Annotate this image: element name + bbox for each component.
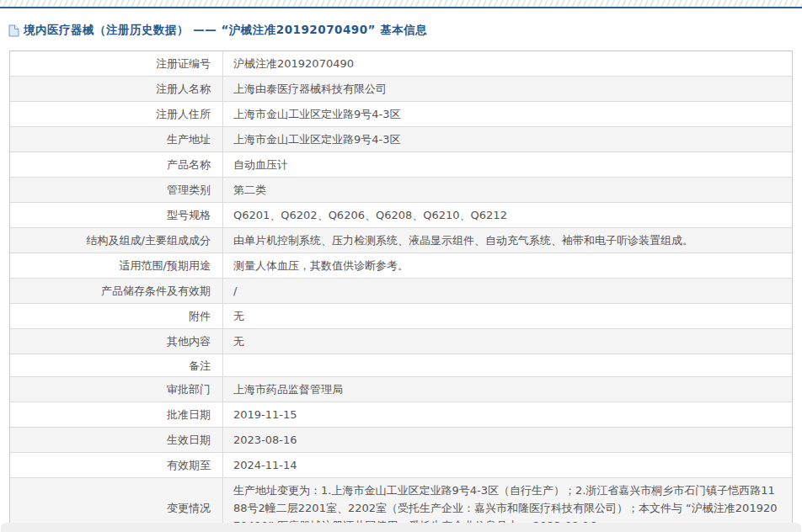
top-stripe-bar (0, 0, 802, 8)
row-label: 结构及组成/主要组成成分 (10, 228, 223, 253)
row-value: Q6201、Q6202、Q6206、Q6208、Q6210、Q6212 (223, 203, 792, 227)
row-label: 其他内容 (10, 329, 223, 354)
row-label-text: 结构及组成/主要组成成分 (87, 232, 211, 248)
row-value: 2024-11-14 (223, 453, 792, 477)
table-row: 结构及组成/主要组成成分 由单片机控制系统、压力检测系统、液晶显示组件、自动充气… (10, 228, 792, 253)
row-label-text: 适用范围/预期用途 (120, 258, 211, 274)
row-value: 无 (223, 304, 792, 328)
row-value: 测量人体血压，其数值供诊断参考。 (223, 253, 792, 278)
table-row: 生效日期 2023-08-16 (10, 428, 792, 453)
row-label-text: 产品储存条件及有效期 (101, 283, 211, 299)
row-value: 上海市金山工业区定业路9号4-3区 (223, 102, 792, 126)
row-value: 2023-08-16 (223, 428, 792, 452)
row-label-text: 备注 (189, 358, 211, 374)
row-label-text: 附件 (189, 308, 211, 324)
row-value: 上海市金山工业区定业路9号4-3区 (223, 127, 792, 152)
row-label-text: 注册人名称 (156, 81, 211, 97)
row-label: 生效日期 (10, 428, 223, 452)
row-value: 上海市药品监督管理局 (223, 377, 792, 402)
row-label-text: 审批部门 (167, 381, 211, 397)
row-label-text: 注册人住所 (156, 106, 211, 122)
table-row: 批准日期 2019-11-15 (10, 402, 792, 428)
row-label-text: 产品名称 (167, 157, 211, 173)
table-row: 产品名称 自动血压计 (10, 152, 792, 178)
row-label-text: 生效日期 (167, 432, 211, 448)
row-label-text: 生产地址 (167, 131, 211, 147)
row-value (223, 354, 792, 376)
row-value: 第二类 (223, 178, 792, 202)
row-label: 管理类别 (10, 178, 223, 202)
table-row: 备注 (10, 354, 792, 377)
table-row: 附件 无 (10, 304, 792, 329)
document-icon (8, 24, 19, 37)
page-title: 境内医疗器械（注册历史数据） —— “沪械注准20192070490” 基本信息 (24, 23, 427, 38)
row-value: 沪械注准20192070490 (223, 51, 792, 76)
table-row: 注册证编号 沪械注准20192070490 (10, 51, 792, 77)
row-label-text: 注册证编号 (156, 56, 211, 72)
row-value: / (223, 279, 792, 303)
row-label-text: 批准日期 (167, 407, 211, 423)
row-label-text: 型号规格 (167, 207, 211, 223)
row-label: 型号规格 (10, 203, 223, 227)
registration-info-table: 注册证编号 沪械注准20192070490 注册人名称 上海由泰医疗器械科技有限… (9, 51, 793, 532)
table-row: 注册人住所 上海市金山工业区定业路9号4-3区 (10, 102, 792, 127)
row-value: 2019-11-15 (223, 402, 792, 427)
row-label: 产品储存条件及有效期 (10, 279, 223, 303)
row-label: 生产地址 (10, 127, 223, 152)
row-label-text: 有效期至 (167, 457, 211, 473)
table-row: 其他内容 无 (10, 329, 792, 354)
table-row: 有效期至 2024-11-14 (10, 453, 792, 478)
footer-band (1, 523, 801, 532)
row-value: 上海由泰医疗器械科技有限公司 (223, 77, 792, 101)
row-label: 审批部门 (10, 377, 223, 402)
row-value: 无 (223, 329, 792, 354)
row-label: 适用范围/预期用途 (10, 253, 223, 278)
row-label-text: 其他内容 (167, 333, 211, 349)
row-label: 注册人住所 (10, 102, 223, 126)
table-row: 生产地址 上海市金山工业区定业路9号4-3区 (10, 127, 792, 152)
row-label: 批准日期 (10, 402, 223, 427)
row-label-text: 管理类别 (167, 182, 211, 198)
page-header: 境内医疗器械（注册历史数据） —— “沪械注准20192070490” 基本信息 (0, 8, 802, 51)
row-label: 产品名称 (10, 152, 223, 177)
row-label: 附件 (10, 304, 223, 328)
table-row: 管理类别 第二类 (10, 178, 792, 203)
row-label: 注册证编号 (10, 51, 223, 76)
row-value: 自动血压计 (223, 152, 792, 177)
row-label-text: 变更情况 (167, 500, 211, 516)
table-row: 审批部门 上海市药品监督管理局 (10, 377, 792, 402)
table-row: 产品储存条件及有效期 / (10, 279, 792, 304)
table-row: 型号规格 Q6201、Q6202、Q6206、Q6208、Q6210、Q6212 (10, 203, 792, 228)
table-row: 适用范围/预期用途 测量人体血压，其数值供诊断参考。 (10, 253, 792, 279)
table-row: 注册人名称 上海由泰医疗器械科技有限公司 (10, 77, 792, 102)
row-label: 注册人名称 (10, 77, 223, 101)
row-label: 有效期至 (10, 453, 223, 477)
row-value: 由单片机控制系统、压力检测系统、液晶显示组件、自动充气系统、袖带和电子听诊装置组… (223, 228, 792, 253)
row-label: 备注 (10, 354, 223, 376)
